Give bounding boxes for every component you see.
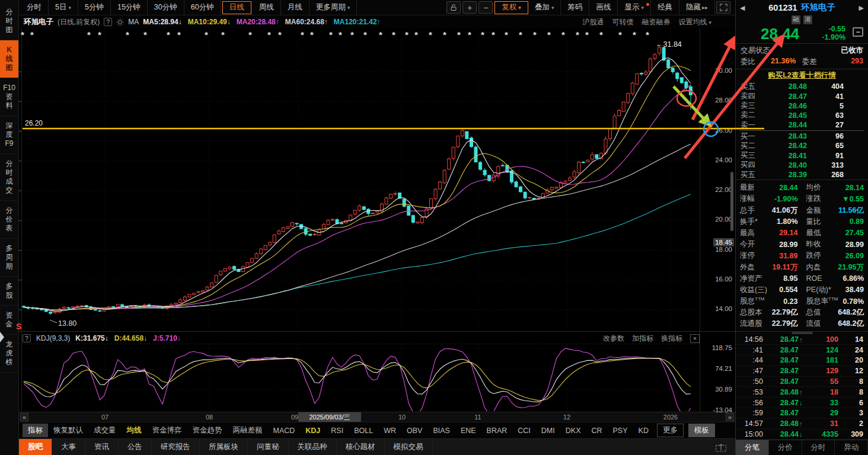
period-tab[interactable]: 30分钟 [148,0,184,15]
nav-tab-关联品种[interactable]: 关联品种 [289,439,337,455]
ma-toggle[interactable]: MA [128,18,139,26]
orderbook-row[interactable]: 卖五28.48404 [736,82,868,91]
indicator-资金趋势[interactable]: 资金趋势 [187,424,228,437]
scroll-left-icon[interactable]: « [20,413,28,421]
period-tab[interactable]: 更多周期▾ [309,0,358,15]
sidebar-expand-icon[interactable] [0,332,4,342]
kdj-action-加指标[interactable]: 加指标 [632,334,653,344]
sidebar-item-多周期[interactable]: 多周期 [0,239,18,277]
indicator-CCI[interactable]: CCI [512,425,536,437]
period-tab[interactable]: 15分钟 [111,0,148,15]
orderbook-row[interactable]: 买五28.39268 [736,170,868,180]
fullscreen-icon[interactable] [716,1,730,14]
zoom-in-icon[interactable]: + [462,1,477,14]
period-tab[interactable]: 60分钟 [184,0,221,15]
orderbook-row[interactable]: 买一28.4396 [736,132,868,141]
kdj-help-icon[interactable]: ? [23,334,31,342]
panel-tab-异动[interactable]: 异动 [835,440,868,455]
indicator-DMI[interactable]: DMI [536,425,560,437]
nav-tab-资讯[interactable]: 资讯 [85,439,119,455]
sidebar-item-K线图[interactable]: K线图 [0,40,18,78]
indicator-ENE[interactable]: ENE [455,425,481,437]
indicator-指标[interactable]: 指标 [23,424,48,437]
drag-handle[interactable] [792,332,813,334]
indicator-模板[interactable]: 模板 [688,424,715,437]
period-tab[interactable]: 5分钟 [78,0,111,15]
period-tab[interactable]: 周线 [253,0,281,15]
indicator-BIAS[interactable]: BIAS [427,425,455,437]
sidebar-item-分时图[interactable]: 分时图 [0,2,18,40]
period-tab[interactable]: 日线 [222,1,251,14]
indicator-BRAR[interactable]: BRAR [481,425,513,437]
indicator-OBV[interactable]: OBV [401,425,427,437]
lock-icon[interactable] [446,1,461,14]
indicator-DKX[interactable]: DKX [560,425,586,437]
period-tab[interactable]: 月线 [281,0,309,15]
indicator-RSI[interactable]: RSI [326,425,349,437]
tool-画线[interactable]: 画线 [589,0,618,15]
nav-tab-研究报告[interactable]: 研究报告 [152,439,200,455]
orderbook-row[interactable]: 卖一28.4427 [736,120,868,130]
sidebar-item-多股[interactable]: 多股 [0,277,18,306]
nav-tab-模拟交易[interactable]: 模拟交易 [385,439,433,455]
orderbook-row[interactable]: 买四28.40313 [736,161,868,170]
indicator-均线[interactable]: 均线 [122,424,147,437]
infobar-link[interactable]: 融资融券 [642,17,670,27]
nav-tab-大事[interactable]: 大事 [52,439,85,455]
sidebar-item-分时成交[interactable]: 分时成交 [0,154,18,201]
indicator-MACD[interactable]: MACD [268,425,301,437]
kdj-action-换指标[interactable]: 换指标 [661,334,682,344]
orderbook-row[interactable]: 卖四28.4741 [736,91,868,101]
panel-tab-分价[interactable]: 分价 [769,440,802,455]
sidebar-item-深度F9[interactable]: 深度F9 [0,116,18,154]
nav-tab-公告[interactable]: 公告 [119,439,152,455]
indicator-PSY[interactable]: PSY [608,425,633,437]
infobar-link[interactable]: 可转债 [612,17,633,27]
kline-chart[interactable]: **************************************** [19,28,735,412]
infobar-link[interactable]: 设置均线▾ [678,17,711,27]
period-tab[interactable]: 分时 [20,0,49,15]
tool-经典[interactable]: 经典 [651,0,679,15]
nav-tab-问董秘[interactable]: 问董秘 [248,439,289,455]
indicator-CR[interactable]: CR [586,425,607,437]
panel-tab-分时[interactable]: 分时 [802,440,835,455]
popout-icon[interactable] [715,443,728,452]
next-stock-icon[interactable]: ▶ [859,4,864,12]
indicator-BOLL[interactable]: BOLL [349,425,378,437]
orderbook-row[interactable]: 买三28.4191 [736,151,868,161]
tool-叠加[interactable]: 叠加▾ [528,0,561,15]
tool-筹码[interactable]: 筹码 [561,0,589,15]
scroll-right-icon[interactable]: » [726,413,734,421]
indicator-WR[interactable]: WR [378,425,401,437]
gear-icon[interactable] [116,18,124,26]
zoom-out-icon[interactable]: − [478,1,493,14]
sidebar-item-分价表[interactable]: 分价表 [0,201,18,239]
nav-tab-核心题材[interactable]: 核心题材 [337,439,385,455]
tool-显示[interactable]: 显示▾ [618,0,651,15]
indicator-两融差额[interactable]: 两融差额 [228,424,268,437]
panel-tab-分笔[interactable]: 分笔 [736,440,769,455]
infobar-link[interactable]: 沪股通 [582,17,604,27]
orderbook-row[interactable]: 买二28.4265 [736,141,868,150]
indicator-KD[interactable]: KD [633,425,654,437]
nav-tab-股吧[interactable]: 股吧 [19,439,52,455]
orderbook-row[interactable]: 卖三28.465 [736,101,868,111]
chart-scrollbar[interactable] [730,172,733,231]
indicator-更多[interactable]: 更多 [657,424,684,437]
help-icon[interactable]: ? [104,18,112,26]
indicator-成交量[interactable]: 成交量 [88,424,122,437]
kdj-action-改参数[interactable]: 改参数 [603,334,624,344]
orderbook-row[interactable]: 卖二28.4563 [736,111,868,120]
nav-tab-所属板块[interactable]: 所属板块 [200,439,248,455]
sidebar-item-资金[interactable]: 资金 [0,306,18,335]
tool-隐藏[interactable]: 隐藏▸▸ [679,0,715,15]
sidebar-item-F10资料[interactable]: F10资料 [0,78,18,116]
prev-stock-icon[interactable]: ◀ [740,4,745,12]
period-tab[interactable]: 5日▾ [49,0,78,15]
tool-复权[interactable]: 复权▾ [494,1,528,14]
minimize-button[interactable]: − [853,27,863,37]
indicator-资金博弈[interactable]: 资金博弈 [147,424,187,437]
kline-chart-area[interactable]: ****************************************… [19,28,735,412]
indicator-恢复默认[interactable]: 恢复默认 [48,424,88,437]
close-icon[interactable]: × [690,334,700,343]
